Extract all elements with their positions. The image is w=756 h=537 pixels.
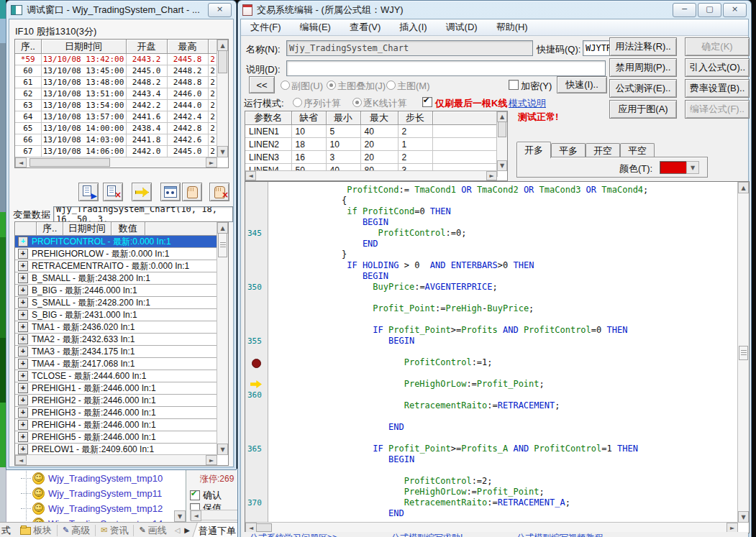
expand-plus-icon[interactable]: + <box>18 273 28 283</box>
param-column-header[interactable]: 最小 <box>326 111 360 125</box>
apply-to-chart-button[interactable]: 应用于图(A) <box>609 100 677 119</box>
ok-button[interactable]: 确定(K) <box>685 37 750 56</box>
step-over-icon[interactable] <box>132 183 152 201</box>
tab-advanced[interactable]: ✎高级 <box>58 525 96 536</box>
var-row[interactable]: +PREHIGH5 - 最新:2446.000 In:1 <box>15 431 217 444</box>
expand-plus-icon[interactable]: + <box>18 346 28 357</box>
bar-column-header[interactable]: 日期时间 <box>41 40 126 54</box>
param-table-header[interactable]: 参数名缺省最小最大步长 <box>245 111 497 125</box>
expand-plus-icon[interactable]: + <box>18 285 28 295</box>
collapse-button[interactable]: << <box>249 76 275 93</box>
code-line[interactable]: IF HOLDING > 0 AND ENTERBARS>0 THEN <box>268 260 738 271</box>
radio-subchart[interactable] <box>281 80 290 91</box>
expand-plus-icon[interactable]: + <box>18 383 28 393</box>
gutter-row[interactable] <box>245 465 268 476</box>
param-row[interactable]: LINEN3163202 <box>245 151 497 164</box>
menu-item[interactable]: 调试(D) <box>437 21 487 34</box>
var-row[interactable]: +TMA1 - 最新:2436.020 In:1 <box>15 321 217 334</box>
close-icon[interactable]: × <box>208 3 232 17</box>
color-swatch[interactable] <box>660 161 687 174</box>
var-column-header[interactable] <box>145 222 217 236</box>
bar-column-header[interactable]: 开盘 <box>126 40 167 54</box>
table-row[interactable]: 6113/10/08 13:48:002448.22448.82 <box>15 77 217 88</box>
param-column-header[interactable] <box>432 111 497 125</box>
code-line[interactable]: ProfitControl:=0; <box>268 228 738 239</box>
tree-item[interactable]: ☺Wjy_TradingSystem_tmp12 <box>21 501 163 515</box>
param-row[interactable]: LINEN21810201 <box>245 138 497 151</box>
gutter-row[interactable] <box>245 303 268 314</box>
gutter-row[interactable]: 350 <box>245 282 268 293</box>
debug-titlebar[interactable]: 调试窗口 - Wjy_TradingSystem_Chart - ... × <box>6 1 236 19</box>
code-line[interactable]: ProfitControl:=1; <box>268 357 738 368</box>
bar-column-header[interactable]: 最高 <box>167 40 208 54</box>
formula-eval-button[interactable]: 公式测评(E).. <box>609 79 677 98</box>
gutter-row[interactable]: 370 <box>245 497 268 508</box>
desc-input[interactable] <box>286 60 606 76</box>
gutter-row[interactable] <box>245 249 268 260</box>
quick-button[interactable]: 快速(I).. <box>557 76 607 93</box>
code-line[interactable]: BEGIN <box>268 454 738 465</box>
table-row[interactable]: *5913/10/08 13:42:002443.22445.82 <box>15 54 217 65</box>
vars-formula-box[interactable]: Wjy_TradingSystem_Chart(10, 18, 16, 50, … <box>53 206 233 222</box>
param-table-hscrollbar[interactable]: ◄ ► <box>245 170 497 180</box>
variables-window-icon[interactable] <box>160 183 181 201</box>
var-row[interactable]: +PREHIGHORLOW - 最新:0.000 In:1 <box>15 248 217 260</box>
var-column-header[interactable]: 日期时间 <box>63 222 111 236</box>
maximize-icon[interactable]: ▢ <box>698 3 721 17</box>
table-row[interactable]: 6213/10/08 13:51:002443.42446.02 <box>15 88 217 100</box>
import-formula-button[interactable]: 引入公式(O).. <box>685 58 750 77</box>
breakpoint-icon[interactable] <box>252 359 261 368</box>
var-row[interactable]: +S_BIG - 最新:2431.000 In:1 <box>15 309 217 321</box>
encrypt-checkbox[interactable] <box>509 80 519 91</box>
radio-series-calc[interactable] <box>293 97 302 108</box>
var-column-header[interactable] <box>15 222 37 236</box>
gutter-row[interactable] <box>245 454 268 465</box>
close-icon[interactable]: × <box>723 3 747 17</box>
table-row[interactable]: 6513/10/08 14:00:002438.42442.82 <box>15 123 217 134</box>
gutter-row[interactable] <box>245 314 268 325</box>
var-row[interactable]: +S_SMALL - 最新:2428.200 In:1 <box>15 297 217 309</box>
continue-debug-icon[interactable]: ▶ <box>78 183 99 201</box>
gutter-row[interactable] <box>245 508 268 519</box>
bar-table-vscrollbar[interactable]: ▲ ▼ <box>217 40 228 157</box>
code-text-area[interactable]: ProfitCond:= TmaCond1 OR TmaCond2 OR Tma… <box>268 182 738 523</box>
code-line[interactable] <box>268 465 738 476</box>
signal-tab-4[interactable]: 平空 <box>620 143 655 158</box>
radio-overlay[interactable] <box>327 80 336 91</box>
table-row[interactable]: 6413/10/08 13:57:002441.62442.42 <box>15 111 217 123</box>
confirm-checkbox[interactable]: ✔ 确认 <box>190 489 222 502</box>
code-line[interactable]: RetracementRaito:=RETRACEMENT; <box>268 400 738 411</box>
order-tab-label[interactable]: 普通下单 <box>199 525 236 537</box>
var-column-header[interactable]: 数值 <box>111 222 145 236</box>
tab-sectors[interactable]: 板块 <box>15 525 58 536</box>
code-hscrollbar[interactable]: ◄ ► <box>245 522 738 533</box>
variable-list-vscrollbar[interactable]: ▲ ▼ <box>217 222 228 455</box>
menu-item[interactable]: 查看(V) <box>340 21 390 34</box>
menu-item[interactable]: 插入(I) <box>390 21 436 34</box>
var-row[interactable]: +PRELOW1 - 最新:2409.600 In:1 <box>15 444 217 455</box>
variable-list-hscrollbar[interactable]: ◄ ► <box>15 454 217 465</box>
gutter-row[interactable] <box>245 476 268 487</box>
var-row[interactable]: +TMA2 - 最新:2432.633 In:1 <box>15 334 217 346</box>
code-line[interactable]: IF Profit_Point>=Profits_A AND ProfitCon… <box>268 444 738 454</box>
expand-plus-icon[interactable]: + <box>18 298 28 308</box>
footer-link[interactable]: 公式模型编写求助! <box>391 532 463 537</box>
gutter-row[interactable]: 365 <box>245 444 268 454</box>
code-line[interactable] <box>268 346 738 357</box>
menu-item[interactable]: 编辑(E) <box>291 21 340 34</box>
code-line[interactable]: IF Profit_Point>=Profits AND ProfitContr… <box>268 325 738 336</box>
code-line[interactable]: BEGIN <box>268 336 738 346</box>
code-editor[interactable]: 345350355360365370 ProfitCond:= TmaCond1… <box>245 181 750 533</box>
expand-plus-icon[interactable]: + <box>18 334 28 344</box>
var-row[interactable]: +TMA4 - 最新:2417.068 In:1 <box>15 358 217 370</box>
menu-item[interactable]: 文件(F) <box>241 21 291 34</box>
table-row[interactable]: 6613/10/08 14:03:002441.82442.62 <box>15 134 217 146</box>
gutter-row[interactable] <box>245 196 268 206</box>
radio-mainchart[interactable] <box>386 80 396 91</box>
tree-item[interactable]: ☺Wjy_TradingSystem_tmp11 <box>21 486 162 500</box>
code-line[interactable]: { <box>268 196 738 206</box>
signal-tab-3[interactable]: 开空 <box>586 143 620 158</box>
color-dropdown-icon[interactable]: ▼ <box>686 161 699 174</box>
gutter-row[interactable] <box>245 293 268 303</box>
code-line[interactable]: PreHighOrLow:=Profit_Point; <box>268 379 738 390</box>
